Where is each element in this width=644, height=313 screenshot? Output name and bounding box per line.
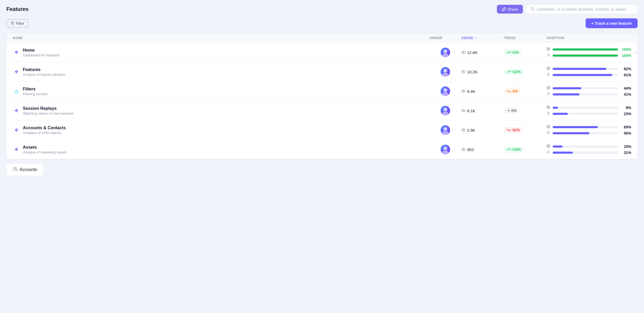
svg-rect-7 [549, 48, 550, 49]
table-row[interactable]: ❖ Home Dashboard for Flywheel 12.6K +2% [6, 43, 638, 62]
trend-badge: -52% [504, 127, 523, 133]
more-options-button[interactable]: ··· [633, 49, 638, 56]
share-button[interactable]: Share [497, 5, 523, 14]
adoption-cell: 44% 41% [546, 86, 631, 97]
person-icon [546, 111, 551, 116]
feature-desc-text: Dashboard for Flywheel [23, 53, 59, 57]
feature-icon: ❖ [13, 69, 20, 75]
accounts-bar: Accounts [6, 164, 44, 176]
adoption-users-row: 100% [546, 53, 631, 58]
person-icon [546, 92, 551, 97]
table-row[interactable]: ❖ Assets Analysis of marketing assets 90… [6, 140, 638, 159]
svg-rect-50 [549, 146, 550, 147]
users-adoption-pct: 100% [620, 53, 631, 58]
users-adoption-pct: 91% [620, 73, 631, 77]
adoption-accounts-row: 69% [546, 125, 631, 129]
usage-value: 10.2K [467, 70, 477, 74]
trend-badge: 0% [504, 107, 519, 114]
usage-cell: 903 [461, 147, 504, 152]
accounts-adoption-pct: 82% [620, 67, 631, 71]
svg-point-18 [548, 73, 549, 74]
table-row[interactable]: ❖ Accounts & Contacts Analytics of CRM o… [6, 120, 638, 140]
svg-point-52 [14, 167, 15, 169]
adoption-accounts-row: 8% [546, 105, 631, 110]
svg-rect-14 [547, 67, 548, 68]
users-progress-fill [553, 132, 589, 134]
usage-cell: 6.1K [461, 108, 504, 113]
accounts-progress-wrap [553, 107, 618, 109]
accounts-progress-wrap [553, 68, 618, 70]
link-icon [502, 7, 506, 11]
accounts-icon [13, 167, 18, 173]
svg-point-37 [442, 131, 449, 135]
feature-name-cell: ❖ Accounts & Contacts Analytics of CRM o… [13, 126, 429, 135]
users-progress-fill [553, 55, 618, 57]
grid-icon [546, 66, 551, 71]
sort-icon [475, 36, 478, 40]
adoption-accounts-row: 15% [546, 144, 631, 149]
usage-value: 9.4K [467, 89, 475, 94]
users-progress-wrap [553, 93, 618, 95]
svg-rect-24 [547, 88, 548, 89]
owner-cell [429, 86, 461, 96]
feature-desc-text: Analysis of marketing assets [23, 150, 67, 154]
usage-value: 6.1K [467, 108, 475, 113]
usage-value: 2.9K [467, 128, 475, 132]
users-adoption-pct: 23% [620, 112, 631, 116]
svg-rect-33 [547, 107, 548, 108]
trend-cell: +12% [504, 69, 546, 75]
svg-rect-25 [549, 88, 550, 89]
feature-name-text: Assets [23, 145, 67, 150]
trend-cell: -2% [504, 88, 546, 94]
users-progress-wrap [553, 74, 618, 76]
trend-arrow-icon [506, 128, 510, 132]
accounts-progress-fill [553, 107, 558, 109]
svg-point-10 [548, 54, 549, 55]
feature-info: Assets Analysis of marketing assets [23, 145, 67, 154]
accounts-adoption-pct: 100% [620, 47, 631, 52]
table-row[interactable]: ◎ Filters Filtering records 9.4K -2% [6, 82, 638, 101]
table-header: NAME OWNER USAGE TREND ADOPTION [6, 34, 638, 43]
owner-cell [429, 48, 461, 57]
feature-icon: ❖ [13, 49, 20, 55]
svg-rect-42 [549, 127, 550, 128]
svg-rect-22 [547, 86, 548, 87]
usage-cell: 12.6K [461, 50, 504, 55]
feature-icon: ◎ [13, 88, 20, 94]
accounts-adoption-pct: 44% [620, 86, 631, 90]
col-name: NAME [13, 36, 429, 40]
feature-info: Accounts & Contacts Analytics of CRM obj… [23, 126, 66, 135]
svg-point-4 [442, 53, 449, 57]
grid-icon [546, 105, 551, 110]
users-progress-fill [553, 74, 612, 76]
usage-cell: 9.4K [461, 89, 504, 94]
adoption-cell: 82% 91% [546, 66, 631, 77]
users-progress-wrap [553, 132, 618, 134]
table-body: ❖ Home Dashboard for Flywheel 12.6K +2% [6, 43, 638, 159]
feature-info: Session Replays Watching videos of user … [23, 106, 74, 115]
usage-cell: 2.9K [461, 128, 504, 132]
accounts-adoption-pct: 8% [620, 106, 631, 110]
svg-point-35 [548, 112, 549, 113]
trend-badge: +12% [504, 69, 523, 75]
table-row[interactable]: ❖ Features Analysis of feature adoption … [6, 62, 638, 82]
search-bar[interactable]: Command + K to search accounts, contacts… [526, 4, 638, 14]
svg-point-27 [443, 108, 447, 111]
svg-point-45 [442, 151, 449, 154]
col-usage[interactable]: USAGE [461, 36, 504, 40]
filter-button[interactable]: Filter [6, 19, 28, 28]
usage-value: 903 [467, 147, 474, 152]
feature-desc-text: Analysis of feature adoption [23, 73, 65, 77]
adoption-users-row: 23% [546, 111, 631, 116]
track-new-feature-button[interactable]: + Track a new feature [586, 18, 638, 28]
trend-cell: +2% [504, 49, 546, 56]
users-adoption-pct: 56% [620, 131, 631, 135]
table-row[interactable]: ❖ Session Replays Watching videos of use… [6, 101, 638, 120]
person-icon [546, 73, 551, 77]
search-icon [531, 7, 535, 12]
feature-info: Home Dashboard for Flywheel [23, 48, 59, 57]
feature-icon: ❖ [13, 147, 20, 152]
adoption-cell: 100% 100% ··· [546, 47, 631, 58]
trend-arrow-icon [506, 148, 510, 151]
accounts-progress-fill [553, 87, 581, 89]
